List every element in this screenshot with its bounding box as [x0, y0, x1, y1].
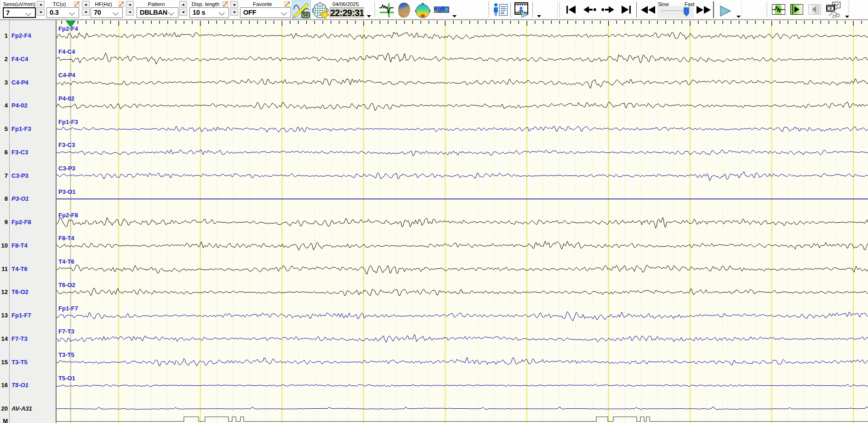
svg-text:T6-O2: T6-O2 [58, 282, 75, 288]
svg-text:F4-C4: F4-C4 [58, 48, 75, 55]
svg-text:F3-C3: F3-C3 [58, 141, 75, 148]
svg-text:T5-O1: T5-O1 [58, 375, 75, 382]
svg-text:50: 50 [303, 12, 308, 17]
svg-text:Fp1-F7: Fp1-F7 [58, 305, 78, 312]
svg-text:P3-O1: P3-O1 [58, 188, 76, 195]
svg-text:F7-T3: F7-T3 [58, 328, 74, 335]
svg-text:C4-P4: C4-P4 [58, 72, 76, 79]
svg-text:Fp1-F3: Fp1-F3 [58, 118, 78, 125]
svg-text:F8-T4: F8-T4 [58, 235, 74, 242]
svg-text:C3-P3: C3-P3 [58, 165, 75, 172]
svg-text:Fp2-F8: Fp2-F8 [58, 212, 78, 219]
svg-text:Fp2-F4: Fp2-F4 [58, 25, 78, 32]
svg-text:P4-02: P4-02 [58, 95, 74, 102]
svg-text:T3-T5: T3-T5 [58, 351, 74, 358]
svg-text:T4-T6: T4-T6 [58, 258, 74, 265]
